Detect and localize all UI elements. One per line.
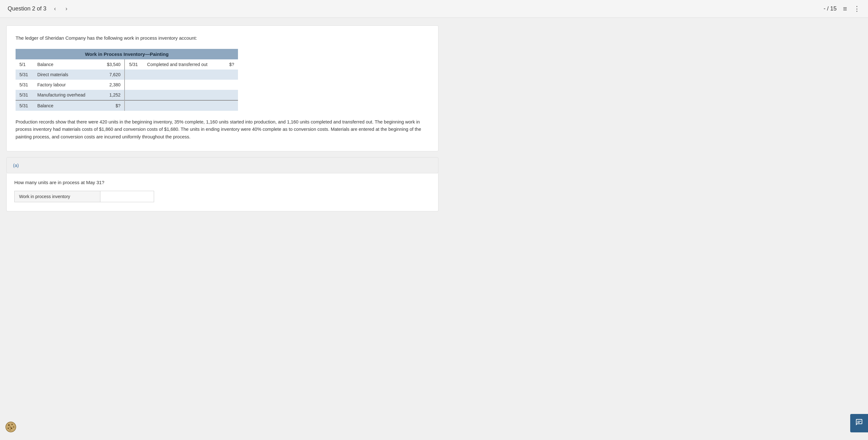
left-date-1: 5/1 <box>16 59 34 70</box>
right-amount-4 <box>220 90 238 100</box>
subpart-a-body: How many units are in process at May 31?… <box>6 173 438 211</box>
right-label-1: Completed and transferred out <box>143 59 220 70</box>
right-date-5 <box>125 100 144 111</box>
production-text: Production records show that there were … <box>16 119 429 141</box>
left-amount-3: 2,380 <box>97 80 125 90</box>
right-label-3 <box>143 80 220 90</box>
left-amount-2: 7,620 <box>97 70 125 80</box>
right-date-4 <box>125 90 144 100</box>
subpart-a-section: (a) How many units are in process at May… <box>6 157 438 211</box>
right-amount-5 <box>220 100 238 111</box>
left-label-1: Balance <box>34 59 97 70</box>
table-row: 5/31 Factory labour 2,380 <box>16 80 238 90</box>
left-date-3: 5/31 <box>16 80 34 90</box>
list-icon[interactable]: ≡ <box>843 5 847 13</box>
question-card: The ledger of Sheridan Company has the f… <box>6 25 438 151</box>
right-amount-3 <box>220 80 238 90</box>
answer-label: Work in process inventory <box>14 191 100 202</box>
question-label: Question 2 of 3 <box>8 5 46 12</box>
right-label-5 <box>143 100 220 111</box>
answer-row: Work in process inventory <box>14 191 154 202</box>
left-label-2: Direct materials <box>34 70 97 80</box>
top-bar: Question 2 of 3 ‹ › - / 15 ≡ ⋮ <box>0 0 868 18</box>
left-label-5: Balance <box>34 100 97 111</box>
table-row: 5/31 Balance $? <box>16 100 238 111</box>
main-content: The ledger of Sheridan Company has the f… <box>0 18 445 219</box>
left-label-4: Manufacturing overhead <box>34 90 97 100</box>
t-account-wrapper: Work in Process Inventory—Painting 5/1 B… <box>16 49 238 111</box>
t-account-table: Work in Process Inventory—Painting 5/1 B… <box>16 49 238 111</box>
left-amount-1: $3,540 <box>97 59 125 70</box>
left-date-2: 5/31 <box>16 70 34 80</box>
next-arrow-button[interactable]: › <box>64 4 69 13</box>
right-label-2 <box>143 70 220 80</box>
right-amount-2 <box>220 70 238 80</box>
right-date-3 <box>125 80 144 90</box>
t-account-header: Work in Process Inventory—Painting <box>16 49 238 59</box>
right-date-1: 5/31 <box>125 59 144 70</box>
left-date-4: 5/31 <box>16 90 34 100</box>
left-label-3: Factory labour <box>34 80 97 90</box>
subpart-a-label: (a) <box>13 163 19 168</box>
subpart-a-question: How many units are in process at May 31? <box>14 180 431 185</box>
t-account-header-row: Work in Process Inventory—Painting <box>16 49 238 59</box>
left-amount-5: $? <box>97 100 125 111</box>
left-amount-4: 1,252 <box>97 90 125 100</box>
intro-text: The ledger of Sheridan Company has the f… <box>16 35 429 42</box>
top-bar-left: Question 2 of 3 ‹ › <box>8 4 69 13</box>
table-row: 5/1 Balance $3,540 5/31 Completed and tr… <box>16 59 238 70</box>
subpart-a-header: (a) <box>6 157 438 173</box>
score-label: - / 15 <box>824 5 837 12</box>
table-row: 5/31 Manufacturing overhead 1,252 <box>16 90 238 100</box>
right-amount-1: $? <box>220 59 238 70</box>
dots-icon[interactable]: ⋮ <box>854 5 860 13</box>
left-date-5: 5/31 <box>16 100 34 111</box>
prev-arrow-button[interactable]: ‹ <box>52 4 58 13</box>
right-label-4 <box>143 90 220 100</box>
right-date-2 <box>125 70 144 80</box>
top-bar-right: - / 15 ≡ ⋮ <box>824 5 860 13</box>
work-in-process-input[interactable] <box>100 191 154 202</box>
table-row: 5/31 Direct materials 7,620 <box>16 70 238 80</box>
